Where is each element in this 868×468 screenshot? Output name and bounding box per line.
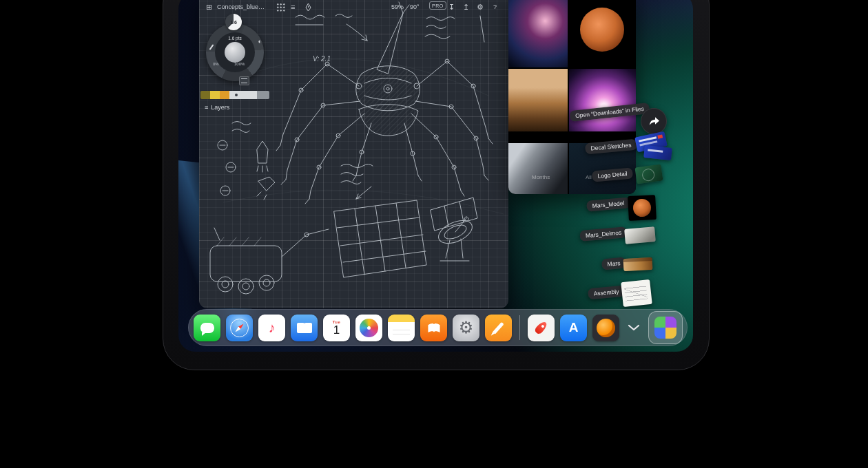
color-swatch-yellow[interactable] <box>210 91 220 99</box>
canvas-angle[interactable]: 90° <box>410 1 420 12</box>
stage: ⊞ Concepts_blue… ≡ 59% 90° PRO ↧ ↥ ⚙ ? 1… <box>0 0 868 468</box>
layers-button[interactable]: ≡ Layers <box>205 104 229 111</box>
decal-sticker-thumb-2[interactable] <box>643 145 672 160</box>
dock: ♪ Tue 1 ⚙ A <box>188 309 688 346</box>
dock-app-calendar[interactable]: Tue 1 <box>323 315 350 341</box>
compass-icon <box>230 319 249 337</box>
ipad-frame: ⊞ Concepts_blue… ≡ 59% 90° PRO ↧ ↥ ⚙ ? 1… <box>163 0 710 370</box>
ipad-screen: ⊞ Concepts_blue… ≡ 59% 90° PRO ↧ ↥ ⚙ ? 1… <box>178 0 693 352</box>
music-note-icon: ♪ <box>269 320 276 336</box>
dock-app-mail[interactable] <box>291 315 318 341</box>
opacity-min-label: 0% <box>213 62 219 66</box>
open-book-icon <box>426 323 442 333</box>
opacity-max-label: 100% <box>234 62 245 66</box>
brush-size-badge[interactable]: 1.6 <box>225 14 242 30</box>
dock-app-messages[interactable] <box>194 315 220 341</box>
logo-detail-thumb[interactable] <box>635 164 663 184</box>
color-swatch-light[interactable] <box>229 91 257 99</box>
export-icon[interactable]: ↥ <box>463 1 469 12</box>
dock-divider <box>519 315 520 340</box>
pen-icon <box>493 321 504 333</box>
calendar-day-number: 1 <box>333 324 340 336</box>
color-swatch-orange[interactable] <box>220 91 229 99</box>
download-icon[interactable]: ↧ <box>448 1 455 12</box>
segment-months[interactable]: Months <box>532 174 550 180</box>
dock-app-pages[interactable] <box>485 315 512 341</box>
dock-app-rocket[interactable] <box>528 315 555 341</box>
segment-all[interactable]: All <box>586 174 592 180</box>
apps-grid-icon[interactable]: ⊞ <box>206 1 212 12</box>
dock-app-settings[interactable]: ⚙ <box>453 315 479 341</box>
share-forward-button[interactable] <box>641 108 667 134</box>
dock-app-appstore[interactable]: A <box>560 315 587 341</box>
dock-app-notes[interactable] <box>388 315 415 341</box>
dock-collapse-chevron[interactable] <box>625 319 643 337</box>
drag-item-assembly[interactable]: Assembly <box>588 286 625 300</box>
gear-icon: ⚙ <box>459 319 474 336</box>
recent-app-icon[interactable] <box>654 317 676 339</box>
mars-sphere <box>580 8 624 52</box>
document-title[interactable]: Concepts_blue… <box>217 1 265 12</box>
pro-badge[interactable]: PRO <box>429 1 446 10</box>
tool-wheel-knob[interactable] <box>225 42 245 63</box>
zoom-level[interactable]: 59% <box>391 1 404 12</box>
orange-disc-icon <box>597 319 615 337</box>
drag-item-mars-deimos[interactable]: Mars_Deimos <box>579 226 628 242</box>
photo-thumb-nebula[interactable] <box>508 0 568 67</box>
dock-app-orange-swirl[interactable] <box>592 315 619 341</box>
settings-gear-icon[interactable]: ⚙ <box>477 1 484 12</box>
dock-app-music[interactable]: ♪ <box>258 315 285 341</box>
help-icon[interactable]: ? <box>493 1 497 12</box>
tool-wheel[interactable]: 1.6 1.6 pts ◐ 0% 100% <box>206 23 264 81</box>
dock-app-books[interactable] <box>420 315 447 341</box>
hamburger-icon: ≡ <box>205 104 208 111</box>
pen-nib-icon[interactable] <box>304 1 312 12</box>
dock-app-photos[interactable] <box>355 315 382 341</box>
appstore-a-icon: A <box>569 320 579 335</box>
dock-recent-apps[interactable] <box>648 311 683 344</box>
pen-tool-icon[interactable] <box>209 44 214 50</box>
color-palette-bar[interactable] <box>200 91 269 99</box>
dots-grid-glyph <box>276 3 285 12</box>
menu-icon[interactable]: ≡ <box>291 1 295 12</box>
photo-thumb-mars-globe[interactable] <box>569 0 636 67</box>
concepts-window: ⊞ Concepts_blue… ≡ 59% 90° PRO ↧ ↥ ⚙ ? 1… <box>199 0 508 308</box>
photo-thumb-spacecraft[interactable] <box>508 143 568 194</box>
assembly-thumb[interactable] <box>621 279 652 307</box>
brush-size-label: 1.6 pts <box>206 36 264 41</box>
drag-item-mars-model[interactable]: Mars_Model <box>586 197 630 211</box>
rocket-icon <box>534 320 549 335</box>
envelope-icon <box>297 323 312 333</box>
chevron-down-icon <box>628 324 640 331</box>
photos-window: Months All <box>508 0 636 194</box>
precision-grid-icon[interactable] <box>276 1 285 12</box>
forward-arrow-icon <box>648 116 660 126</box>
layer-preview-chip[interactable] <box>239 76 249 85</box>
flower-icon <box>360 319 378 337</box>
mars-thumb[interactable] <box>623 257 653 271</box>
mars-model-thumb[interactable] <box>628 195 657 221</box>
canvas-annotation: V: 2.1 <box>313 55 331 63</box>
color-swatch-gray[interactable] <box>257 91 269 99</box>
mars-deimos-thumb[interactable] <box>624 226 656 244</box>
photo-thumb-rocky-terrain[interactable] <box>508 69 568 131</box>
dock-app-safari[interactable] <box>226 315 253 341</box>
color-swatch-olive[interactable] <box>200 91 210 99</box>
contrast-icon[interactable]: ◐ <box>258 38 262 45</box>
layers-label: Layers <box>211 104 229 111</box>
chat-bubble-icon <box>200 323 214 333</box>
photo-thumb-orion-nebula[interactable] <box>569 69 636 131</box>
